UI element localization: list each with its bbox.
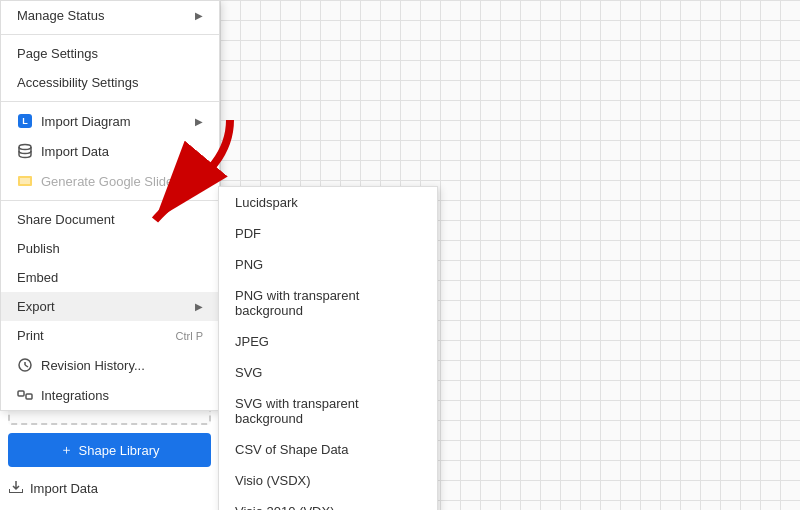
- lucid-icon: L: [17, 113, 33, 129]
- menu-item-publish[interactable]: Publish: [1, 234, 219, 263]
- menu-label-import-data: Import Data: [41, 144, 109, 159]
- svg-line-7: [25, 365, 28, 367]
- menu-item-accessibility-settings[interactable]: Accessibility Settings: [1, 68, 219, 97]
- menu-item-page-settings[interactable]: Page Settings: [1, 39, 219, 68]
- submenu-arrow-manage-status: ▶: [195, 10, 203, 21]
- export-submenu: Lucidspark PDF PNG PNG with transparent …: [218, 186, 438, 510]
- menu-item-export[interactable]: Export ▶: [1, 292, 219, 321]
- import-data-label: Import Data: [30, 481, 98, 496]
- export-item-lucidspark[interactable]: Lucidspark: [219, 187, 437, 218]
- integrations-icon: [17, 387, 33, 403]
- db-icon: [17, 143, 33, 159]
- menu-label-publish: Publish: [17, 241, 60, 256]
- import-data-link[interactable]: Import Data: [8, 475, 211, 502]
- submenu-arrow-export: ▶: [195, 301, 203, 312]
- menu-item-revision-history[interactable]: Revision History...: [1, 350, 219, 380]
- menu-item-embed[interactable]: Embed: [1, 263, 219, 292]
- menu-item-integrations[interactable]: Integrations: [1, 380, 219, 410]
- submenu-arrow-import-diagram: ▶: [195, 116, 203, 127]
- menu-label-manage-status: Manage Status: [17, 8, 104, 23]
- menu-label-export: Export: [17, 299, 55, 314]
- menu-label-embed: Embed: [17, 270, 58, 285]
- shape-library-button[interactable]: ＋ Shape Library: [8, 433, 211, 467]
- menu-item-print[interactable]: Print Ctrl P: [1, 321, 219, 350]
- shape-library-label: Shape Library: [79, 443, 160, 458]
- print-shortcut: Ctrl P: [176, 330, 204, 342]
- menu-label-share-document: Share Document: [17, 212, 115, 227]
- export-item-svg[interactable]: SVG: [219, 357, 437, 388]
- menu-item-import-data[interactable]: Import Data: [1, 136, 219, 166]
- svg-point-2: [19, 145, 31, 150]
- export-item-svg-transparent[interactable]: SVG with transparent background: [219, 388, 437, 434]
- menu-label-print: Print: [17, 328, 44, 343]
- menu-divider-2: [1, 101, 219, 102]
- menu-label-revision-history: Revision History...: [41, 358, 145, 373]
- menu-label-generate-slides: Generate Google Slides: [41, 174, 180, 189]
- menu-item-manage-status[interactable]: Manage Status ▶: [1, 1, 219, 30]
- main-menu: Manage Status ▶ Page Settings Accessibil…: [0, 0, 220, 411]
- svg-rect-9: [26, 394, 32, 399]
- import-data-icon: [8, 479, 24, 498]
- clock-icon: [17, 357, 33, 373]
- export-item-visio-vsdx[interactable]: Visio (VSDX): [219, 465, 437, 496]
- menu-label-page-settings: Page Settings: [17, 46, 98, 61]
- export-item-csv[interactable]: CSV of Shape Data: [219, 434, 437, 465]
- svg-rect-4: [20, 178, 30, 184]
- export-item-jpeg[interactable]: JPEG: [219, 326, 437, 357]
- menu-divider-3: [1, 200, 219, 201]
- svg-text:L: L: [22, 116, 28, 126]
- slides-icon: [17, 173, 33, 189]
- menu-item-import-diagram[interactable]: L Import Diagram ▶: [1, 106, 219, 136]
- export-item-png[interactable]: PNG: [219, 249, 437, 280]
- menu-divider-1: [1, 34, 219, 35]
- export-item-pdf[interactable]: PDF: [219, 218, 437, 249]
- svg-rect-8: [18, 391, 24, 396]
- menu-item-share-document[interactable]: Share Document: [1, 205, 219, 234]
- menu-item-generate-slides: Generate Google Slides: [1, 166, 219, 196]
- menu-label-accessibility-settings: Accessibility Settings: [17, 75, 138, 90]
- menu-label-import-diagram: Import Diagram: [41, 114, 131, 129]
- menu-label-integrations: Integrations: [41, 388, 109, 403]
- plus-icon: ＋: [60, 441, 73, 459]
- export-item-png-transparent[interactable]: PNG with transparent background: [219, 280, 437, 326]
- export-item-visio-vdx[interactable]: Visio 2010 (VDX): [219, 496, 437, 510]
